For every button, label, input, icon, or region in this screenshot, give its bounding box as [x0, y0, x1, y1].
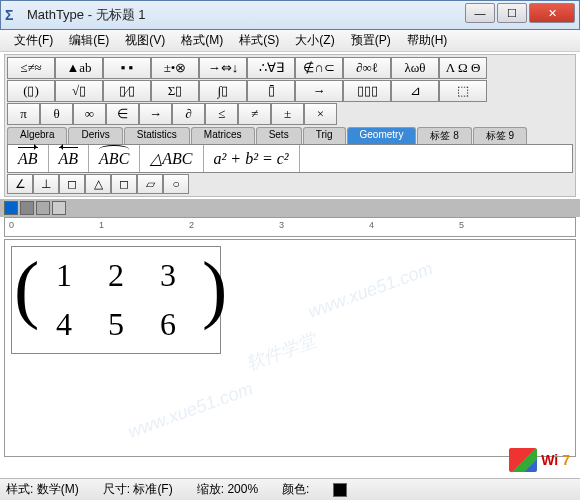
symbol-pm[interactable]: ±: [271, 103, 304, 125]
tab-matrices[interactable]: Matrices: [191, 127, 255, 144]
arc-icon: ABC: [99, 150, 129, 168]
menubar: 文件(F) 编辑(E) 视图(V) 格式(M) 样式(S) 大小(Z) 预置(P…: [0, 30, 580, 52]
symbol-slot[interactable]: ∂∞ℓ: [343, 57, 391, 79]
matrix-expression[interactable]: ( 1 2 3 4 5 6 ): [11, 246, 221, 354]
shape-circle[interactable]: ○: [163, 174, 189, 194]
matrix-cell[interactable]: 5: [90, 300, 142, 349]
tab-algebra[interactable]: Algebra: [7, 127, 67, 144]
template-slot[interactable]: √▯: [55, 80, 103, 102]
tab-9[interactable]: 标签 9: [473, 127, 527, 144]
symbol-slot[interactable]: λωθ: [391, 57, 439, 79]
ruler-mark: 3: [279, 220, 284, 230]
vector-icon: AB: [59, 150, 79, 168]
status-style: 样式: 数学(M): [6, 481, 79, 498]
symbol-arrow[interactable]: →: [139, 103, 172, 125]
symbol-infinity[interactable]: ∞: [73, 103, 106, 125]
template-slot[interactable]: →: [295, 80, 343, 102]
matrix-table: 1 2 3 4 5 6: [38, 251, 194, 349]
maximize-button[interactable]: ☐: [497, 3, 527, 23]
tab-geometry[interactable]: Geometry: [347, 127, 417, 144]
symbol-leq[interactable]: ≤: [205, 103, 238, 125]
symbol-neq[interactable]: ≠: [238, 103, 271, 125]
statusbar: 样式: 数学(M) 尺寸: 标准(F) 缩放: 200% 颜色:: [0, 478, 580, 500]
matrix-cell[interactable]: 4: [38, 300, 90, 349]
matrix-cell[interactable]: 3: [142, 251, 194, 300]
menu-format[interactable]: 格式(M): [173, 30, 231, 51]
shape-row: ∠ ⊥ ◻ △ ◻ ▱ ○: [7, 174, 573, 194]
menu-preset[interactable]: 预置(P): [343, 30, 399, 51]
symbol-times[interactable]: ×: [304, 103, 337, 125]
watermark: www.xue51.com: [125, 378, 255, 443]
matrix-cell[interactable]: 1: [38, 251, 90, 300]
menu-file[interactable]: 文件(F): [6, 30, 61, 51]
symbol-row-2: (▯) √▯ ▯⁄▯ Σ▯ ∫▯ ▯̄ → ▯▯▯ ⊿ ⬚: [7, 80, 573, 102]
color-swatch[interactable]: [36, 201, 50, 215]
color-preview[interactable]: [333, 483, 347, 497]
left-paren-icon: (: [14, 247, 30, 353]
expr-vector-right[interactable]: AB: [8, 145, 49, 172]
shape-perp[interactable]: ⊥: [33, 174, 59, 194]
expr-vector-left[interactable]: AB: [49, 145, 90, 172]
shape-triangle[interactable]: △: [85, 174, 111, 194]
menu-size[interactable]: 大小(Z): [287, 30, 342, 51]
shape-parallelogram[interactable]: ▱: [137, 174, 163, 194]
template-slot[interactable]: ▯⁄▯: [103, 80, 151, 102]
symbol-pi[interactable]: π: [7, 103, 40, 125]
menu-style[interactable]: 样式(S): [231, 30, 287, 51]
symbol-element[interactable]: ∈: [106, 103, 139, 125]
symbol-slot[interactable]: ∴∀∃: [247, 57, 295, 79]
logo-text: 7: [562, 452, 570, 468]
menu-edit[interactable]: 编辑(E): [61, 30, 117, 51]
template-slot[interactable]: ⊿: [391, 80, 439, 102]
expr-arc[interactable]: ABC: [89, 145, 140, 172]
menu-help[interactable]: 帮助(H): [399, 30, 456, 51]
matrix-cell[interactable]: 2: [90, 251, 142, 300]
symbol-theta[interactable]: θ: [40, 103, 73, 125]
windows-flag-icon: [509, 448, 537, 472]
ruler-mark: 2: [189, 220, 194, 230]
equation-editor[interactable]: ( 1 2 3 4 5 6 ) www.xue51.com 软件学堂 www.x…: [4, 239, 576, 457]
template-slot[interactable]: (▯): [7, 80, 55, 102]
ruler-mark: 1: [99, 220, 104, 230]
category-tabs: Algebra Derivs Statistics Matrices Sets …: [7, 127, 573, 144]
template-slot[interactable]: ∫▯: [199, 80, 247, 102]
color-bar: [0, 199, 580, 217]
minimize-button[interactable]: —: [465, 3, 495, 23]
shape-angle[interactable]: ∠: [7, 174, 33, 194]
corner-logo: Wi7: [509, 448, 570, 472]
menu-view[interactable]: 视图(V): [117, 30, 173, 51]
right-paren-icon: ): [202, 247, 218, 353]
matrix-cell[interactable]: 6: [142, 300, 194, 349]
symbol-slot[interactable]: ≤≠≈: [7, 57, 55, 79]
symbol-slot[interactable]: ∉∩⊂: [295, 57, 343, 79]
symbol-partial[interactable]: ∂: [172, 103, 205, 125]
color-swatch[interactable]: [4, 201, 18, 215]
expr-pythagorean[interactable]: a² + b² = c²: [204, 145, 300, 172]
symbol-toolbar: ≤≠≈ ▲ab ▪ ▪ ±•⊗ →⇔↓ ∴∀∃ ∉∩⊂ ∂∞ℓ λωθ Λ Ω …: [4, 54, 576, 197]
ruler[interactable]: 0 1 2 3 4 5: [4, 217, 576, 237]
symbol-slot[interactable]: ▲ab: [55, 57, 103, 79]
symbol-slot[interactable]: Λ Ω Θ: [439, 57, 487, 79]
tab-statistics[interactable]: Statistics: [124, 127, 190, 144]
close-button[interactable]: ✕: [529, 3, 575, 23]
color-swatch[interactable]: [52, 201, 66, 215]
color-swatch[interactable]: [20, 201, 34, 215]
shape-square[interactable]: ◻: [59, 174, 85, 194]
symbol-row-3: π θ ∞ ∈ → ∂ ≤ ≠ ± ×: [7, 103, 573, 125]
tab-8[interactable]: 标签 8: [417, 127, 471, 144]
shape-rect[interactable]: ◻: [111, 174, 137, 194]
logo-text: Wi: [541, 452, 558, 468]
status-zoom: 缩放: 200%: [197, 481, 258, 498]
tab-sets[interactable]: Sets: [256, 127, 302, 144]
symbol-slot[interactable]: ▪ ▪: [103, 57, 151, 79]
symbol-slot[interactable]: ±•⊗: [151, 57, 199, 79]
template-slot[interactable]: ⬚: [439, 80, 487, 102]
tab-derivs[interactable]: Derivs: [68, 127, 122, 144]
template-slot[interactable]: Σ▯: [151, 80, 199, 102]
expr-triangle[interactable]: △ABC: [140, 145, 203, 172]
symbol-slot[interactable]: →⇔↓: [199, 57, 247, 79]
template-slot[interactable]: ▯▯▯: [343, 80, 391, 102]
expression-row: AB AB ABC △ABC a² + b² = c²: [7, 144, 573, 173]
template-slot[interactable]: ▯̄: [247, 80, 295, 102]
tab-trig[interactable]: Trig: [303, 127, 346, 144]
